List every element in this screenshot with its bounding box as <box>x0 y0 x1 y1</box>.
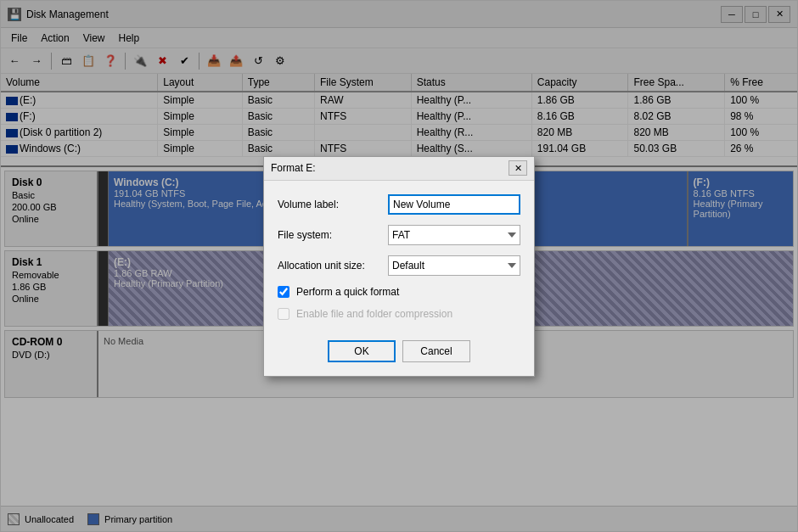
compression-checkbox[interactable] <box>278 308 289 320</box>
compression-label: Enable file and folder compression <box>296 308 452 320</box>
volume-label-row: Volume label: <box>278 194 520 215</box>
allocation-unit-select[interactable]: Default 512 1024 2048 4096 <box>388 255 520 276</box>
dialog-title: Format E: <box>271 162 509 174</box>
file-system-select[interactable]: FAT FAT32 NTFS exFAT <box>388 225 520 245</box>
volume-label-input[interactable] <box>388 194 520 215</box>
volume-label-label: Volume label: <box>278 199 388 210</box>
allocation-unit-label: Allocation unit size: <box>278 260 388 272</box>
main-window: 💾 Disk Management ─ □ ✕ File Action View… <box>0 0 798 532</box>
allocation-unit-row: Allocation unit size: Default 512 1024 2… <box>278 255 520 276</box>
dialog-buttons: OK Cancel <box>264 333 534 376</box>
dialog-body: Volume label: File system: FAT FAT32 NTF… <box>264 181 534 333</box>
quick-format-row: Perform a quick format <box>278 286 520 298</box>
format-dialog: Format E: ✕ Volume label: File system: <box>263 156 535 377</box>
compression-row: Enable file and folder compression <box>278 308 520 320</box>
file-system-row: File system: FAT FAT32 NTFS exFAT <box>278 225 520 245</box>
file-system-control: FAT FAT32 NTFS exFAT <box>388 225 520 245</box>
ok-button[interactable]: OK <box>328 340 396 362</box>
modal-overlay: Format E: ✕ Volume label: File system: <box>1 1 797 531</box>
volume-label-control <box>388 194 520 215</box>
dialog-title-bar: Format E: ✕ <box>264 157 534 181</box>
file-system-label: File system: <box>278 229 388 241</box>
quick-format-label: Perform a quick format <box>296 286 399 298</box>
cancel-button[interactable]: Cancel <box>402 340 470 362</box>
dialog-close-button[interactable]: ✕ <box>509 160 527 176</box>
quick-format-checkbox[interactable] <box>278 286 289 298</box>
allocation-unit-control: Default 512 1024 2048 4096 <box>388 255 520 276</box>
